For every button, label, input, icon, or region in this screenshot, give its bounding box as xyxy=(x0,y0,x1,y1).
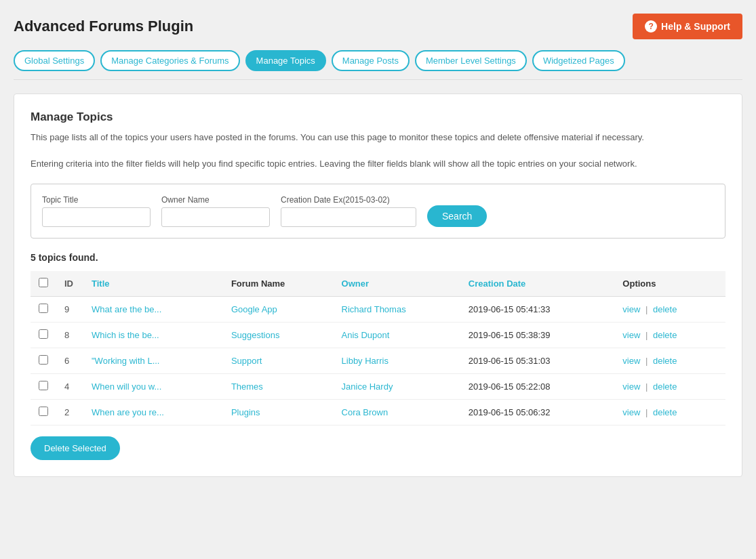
owner-name-label: Owner Name xyxy=(161,195,270,205)
row-options: view | delete xyxy=(614,373,725,399)
delete-selected-button[interactable]: Delete Selected xyxy=(31,436,120,460)
tab-manage-posts[interactable]: Manage Posts xyxy=(332,50,410,71)
row-id: 8 xyxy=(56,322,83,348)
row-options: view | delete xyxy=(614,322,725,348)
table-row: 6 "Working with L... Support Libby Harri… xyxy=(31,348,725,373)
question-icon: ? xyxy=(645,20,657,33)
owner-name-input[interactable] xyxy=(161,207,270,227)
row-id: 4 xyxy=(56,373,83,399)
row-delete-link[interactable]: delete xyxy=(653,304,677,314)
topics-tbody: 9 What are the be... Google App Richard … xyxy=(31,296,725,425)
row-id: 2 xyxy=(56,399,83,425)
row-delete-link[interactable]: delete xyxy=(653,356,677,366)
row-owner-link[interactable]: Anis Dupont xyxy=(342,330,390,340)
options-separator: | xyxy=(645,304,648,314)
row-checkbox-cell xyxy=(31,373,56,399)
header-owner: Owner xyxy=(334,271,460,297)
row-view-link[interactable]: view xyxy=(622,356,640,366)
row-owner-link[interactable]: Libby Harris xyxy=(342,356,389,366)
row-options: view | delete xyxy=(614,399,725,425)
help-support-button[interactable]: ? Help & Support xyxy=(633,14,742,39)
creation-date-label: Creation Date Ex(2015-03-02) xyxy=(281,195,416,205)
creation-date-input[interactable] xyxy=(281,207,416,227)
tab-global-settings[interactable]: Global Settings xyxy=(14,50,95,71)
row-title-link[interactable]: What are the be... xyxy=(92,304,161,314)
creation-date-field: Creation Date Ex(2015-03-02) xyxy=(281,195,416,227)
topic-title-input[interactable] xyxy=(42,207,151,227)
row-creation-date: 2019-06-15 05:41:33 xyxy=(460,296,615,322)
row-view-link[interactable]: view xyxy=(622,304,640,314)
row-title: What are the be... xyxy=(83,296,223,322)
tab-member-level[interactable]: Member Level Settings xyxy=(415,50,527,71)
row-forum-link[interactable]: Suggestions xyxy=(231,330,280,340)
row-owner-link[interactable]: Cora Brown xyxy=(342,407,389,417)
search-button[interactable]: Search xyxy=(427,205,487,227)
options-separator: | xyxy=(645,356,648,366)
row-checkbox-cell xyxy=(31,322,56,348)
row-owner: Cora Brown xyxy=(334,399,460,425)
row-checkbox-3[interactable] xyxy=(39,381,48,390)
options-separator: | xyxy=(645,381,648,392)
header-creation-date: Creation Date xyxy=(460,271,615,297)
section-desc-1: This page lists all of the topics your u… xyxy=(31,131,725,145)
row-checkbox-4[interactable] xyxy=(39,407,48,416)
row-id: 9 xyxy=(56,296,83,322)
row-view-link[interactable]: view xyxy=(622,330,640,340)
tab-manage-categories[interactable]: Manage Categories & Forums xyxy=(100,50,239,71)
row-creation-date: 2019-06-15 05:22:08 xyxy=(460,373,615,399)
row-creation-date: 2019-06-15 05:31:03 xyxy=(460,348,615,373)
row-title-link[interactable]: When are you re... xyxy=(92,407,164,417)
tab-widgetized-pages[interactable]: Widgetized Pages xyxy=(532,50,625,71)
row-owner: Libby Harris xyxy=(334,348,460,373)
row-title: Which is the be... xyxy=(83,322,223,348)
filter-box: Topic Title Owner Name Creation Date Ex(… xyxy=(31,184,725,239)
header: Advanced Forums Plugin ? Help & Support xyxy=(14,14,742,39)
row-title: When will you w... xyxy=(83,373,223,399)
row-forum-link[interactable]: Support xyxy=(231,356,262,366)
help-button-label: Help & Support xyxy=(661,21,730,32)
owner-name-field: Owner Name xyxy=(161,195,270,227)
row-id: 6 xyxy=(56,348,83,373)
row-owner-link[interactable]: Richard Thomas xyxy=(342,304,406,314)
row-delete-link[interactable]: delete xyxy=(653,330,677,340)
row-owner-link[interactable]: Janice Hardy xyxy=(342,381,393,392)
row-forum-name: Suggestions xyxy=(223,322,334,348)
app-title: Advanced Forums Plugin xyxy=(14,18,193,35)
row-title-link[interactable]: "Working with L... xyxy=(92,356,159,366)
row-forum-name: Plugins xyxy=(223,399,334,425)
row-title-link[interactable]: Which is the be... xyxy=(92,330,159,340)
row-owner: Janice Hardy xyxy=(334,373,460,399)
row-creation-date: 2019-06-15 05:06:32 xyxy=(460,399,615,425)
main-card: Manage Topics This page lists all of the… xyxy=(14,94,742,477)
row-title: When are you re... xyxy=(83,399,223,425)
row-view-link[interactable]: view xyxy=(622,381,640,392)
row-forum-link[interactable]: Plugins xyxy=(231,407,260,417)
row-forum-name: Themes xyxy=(223,373,334,399)
row-forum-name: Support xyxy=(223,348,334,373)
row-view-link[interactable]: view xyxy=(622,407,640,417)
header-forum-name: Forum Name xyxy=(223,271,334,297)
table-row: 9 What are the be... Google App Richard … xyxy=(31,296,725,322)
row-options: view | delete xyxy=(614,348,725,373)
row-forum-name: Google App xyxy=(223,296,334,322)
row-title: "Working with L... xyxy=(83,348,223,373)
row-owner: Anis Dupont xyxy=(334,322,460,348)
row-forum-link[interactable]: Themes xyxy=(231,381,263,392)
row-checkbox-0[interactable] xyxy=(39,304,48,313)
select-all-checkbox[interactable] xyxy=(39,278,48,287)
row-checkbox-1[interactable] xyxy=(39,329,48,339)
tab-manage-topics[interactable]: Manage Topics xyxy=(245,50,326,71)
row-delete-link[interactable]: delete xyxy=(653,407,677,417)
table-row: 8 Which is the be... Suggestions Anis Du… xyxy=(31,322,725,348)
topics-table: ID Title Forum Name Owner Creation Date … xyxy=(31,271,725,426)
section-desc-2: Entering criteria into the filter fields… xyxy=(31,157,725,171)
row-checkbox-2[interactable] xyxy=(39,355,48,365)
row-title-link[interactable]: When will you w... xyxy=(92,381,161,392)
row-delete-link[interactable]: delete xyxy=(653,381,677,392)
nav-tabs: Global SettingsManage Categories & Forum… xyxy=(14,50,742,80)
table-row: 4 When will you w... Themes Janice Hardy… xyxy=(31,373,725,399)
row-forum-link[interactable]: Google App xyxy=(231,304,277,314)
row-checkbox-cell xyxy=(31,348,56,373)
options-separator: | xyxy=(645,407,648,417)
row-checkbox-cell xyxy=(31,399,56,425)
